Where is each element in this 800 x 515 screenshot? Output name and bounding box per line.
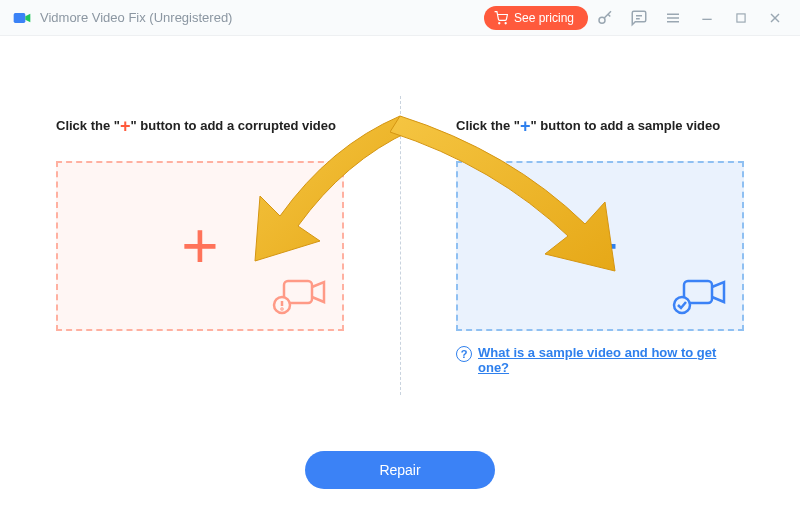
- add-sample-video-dropzone[interactable]: +: [456, 161, 744, 331]
- plus-icon: +: [581, 214, 618, 278]
- corrupted-heading: Click the "+" button to add a corrupted …: [56, 116, 344, 137]
- main-content: Click the "+" button to add a corrupted …: [0, 36, 800, 515]
- corrupted-camera-icon: [272, 275, 328, 319]
- sample-heading: Click the "+" button to add a sample vid…: [456, 116, 744, 137]
- register-key-icon[interactable]: [588, 0, 622, 36]
- menu-icon[interactable]: [656, 0, 690, 36]
- svg-point-14: [282, 309, 283, 310]
- sample-camera-icon: [672, 275, 728, 319]
- svg-point-2: [505, 22, 506, 23]
- svg-point-3: [599, 17, 605, 23]
- svg-point-1: [499, 22, 500, 23]
- titlebar: Vidmore Video Fix (Unregistered) See pri…: [0, 0, 800, 36]
- plus-blue-inline-icon: +: [520, 116, 531, 136]
- see-pricing-label: See pricing: [514, 11, 574, 25]
- minimize-button[interactable]: [690, 0, 724, 36]
- app-title: Vidmore Video Fix (Unregistered): [40, 10, 232, 25]
- sample-help-link[interactable]: What is a sample video and how to get on…: [478, 345, 744, 375]
- sample-help-row: ? What is a sample video and how to get …: [456, 345, 744, 375]
- see-pricing-button[interactable]: See pricing: [484, 6, 588, 30]
- repair-label: Repair: [379, 462, 420, 478]
- app-logo-icon: [12, 8, 32, 28]
- help-question-icon: ?: [456, 346, 472, 362]
- plus-red-inline-icon: +: [120, 116, 131, 136]
- feedback-icon[interactable]: [622, 0, 656, 36]
- plus-icon: +: [181, 214, 218, 278]
- svg-rect-0: [14, 13, 26, 23]
- maximize-button[interactable]: [724, 0, 758, 36]
- repair-button[interactable]: Repair: [305, 451, 495, 489]
- sample-video-column: Click the "+" button to add a sample vid…: [400, 36, 800, 515]
- add-corrupted-video-dropzone[interactable]: +: [56, 161, 344, 331]
- svg-rect-8: [737, 13, 745, 21]
- close-button[interactable]: [758, 0, 792, 36]
- corrupted-video-column: Click the "+" button to add a corrupted …: [0, 36, 400, 515]
